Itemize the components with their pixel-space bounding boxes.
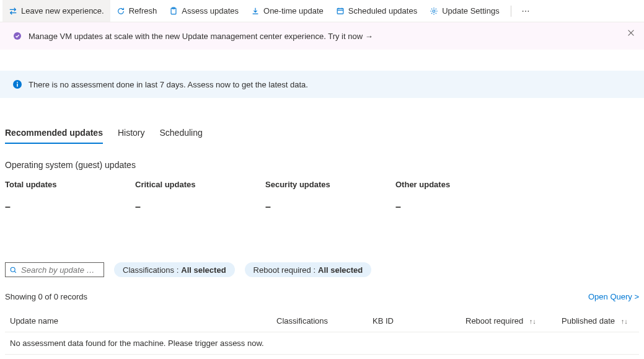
leave-experience-button[interactable]: Leave new experience. (2, 0, 110, 22)
col-label: Reboot required (465, 316, 523, 326)
scheduled-updates-button[interactable]: Scheduled updates (330, 0, 423, 22)
card-critical-updates: Critical updates – (135, 180, 265, 213)
arrow-right-icon: → (365, 32, 373, 41)
assess-updates-button[interactable]: Assess updates (163, 0, 245, 22)
update-settings-button[interactable]: Update Settings (423, 0, 506, 22)
svg-point-11 (11, 267, 15, 272)
pill-value: All selected (181, 265, 226, 275)
leave-label: Leave new experience. (21, 6, 104, 16)
promo-message: Manage VM updates at scale with the new … (29, 32, 634, 41)
records-summary: Showing 0 of 0 records (5, 292, 87, 301)
card-label: Other updates (395, 180, 526, 189)
sort-icon: ↑↓ (529, 317, 536, 325)
svg-point-3 (433, 10, 435, 12)
tab-history[interactable]: History (118, 123, 145, 144)
pill-label: Classifications : (123, 265, 179, 275)
updates-table: Update name Classifications KB ID Reboot… (5, 310, 639, 355)
card-label: Total updates (5, 180, 135, 189)
svg-point-4 (522, 11, 523, 12)
refresh-button[interactable]: Refresh (110, 0, 164, 22)
card-value: – (265, 202, 395, 213)
card-label: Security updates (265, 180, 395, 189)
pill-value: All selected (318, 265, 363, 275)
svg-rect-10 (17, 82, 18, 83)
svg-point-5 (525, 11, 526, 12)
one-time-update-button[interactable]: One-time update (245, 0, 330, 22)
sort-icon: ↑↓ (621, 317, 628, 325)
info-banner: There is no assessment done in last 7 da… (0, 71, 644, 98)
promo-text: Manage VM updates at scale with the new … (29, 32, 328, 41)
try-label: Try it now (328, 32, 363, 41)
card-value: – (5, 202, 135, 213)
calendar-icon (336, 7, 345, 16)
card-label: Critical updates (135, 180, 265, 189)
open-query-link[interactable]: Open Query > (588, 292, 639, 301)
classifications-filter[interactable]: Classifications : All selected (114, 262, 235, 277)
col-update-name[interactable]: Update name (5, 310, 271, 332)
command-toolbar: Leave new experience. Refresh Assess upd… (0, 0, 644, 22)
more-icon (521, 7, 530, 16)
refresh-icon (117, 7, 125, 16)
card-value: – (135, 202, 265, 213)
try-it-now-link[interactable]: Try it now → (328, 32, 373, 41)
col-reboot-required[interactable]: Reboot required ↑↓ (461, 310, 557, 332)
info-text: There is no assessment done in last 7 da… (29, 80, 308, 89)
reboot-required-filter[interactable]: Reboot required : All selected (245, 262, 372, 277)
assess-label: Assess updates (182, 6, 239, 16)
toolbar-more-button[interactable] (516, 0, 535, 22)
clipboard-icon (169, 7, 178, 16)
promo-close-button[interactable] (627, 29, 637, 38)
card-value: – (395, 202, 526, 213)
col-classifications[interactable]: Classifications (271, 310, 368, 332)
toolbar-separator (511, 6, 511, 17)
content-area: Operating system (guest) updates Total u… (0, 160, 644, 355)
promo-bullet-icon (12, 31, 22, 41)
tab-recommended-updates[interactable]: Recommended updates (5, 123, 103, 144)
gear-icon (430, 7, 438, 16)
section-title: Operating system (guest) updates (5, 160, 639, 170)
swap-icon (9, 7, 17, 16)
summary-cards: Total updates – Critical updates – Secur… (5, 180, 639, 213)
col-kb-id[interactable]: KB ID (368, 310, 461, 332)
col-label: Published date (562, 316, 615, 326)
tabs: Recommended updates History Scheduling (0, 123, 644, 144)
card-total-updates: Total updates – (5, 180, 135, 213)
table-empty-row: No assessment data found for the machine… (5, 332, 639, 355)
filters-row: Classifications : All selected Reboot re… (5, 262, 639, 277)
col-published-date[interactable]: Published date ↑↓ (557, 310, 639, 332)
promo-banner: Manage VM updates at scale with the new … (0, 22, 644, 50)
svg-rect-9 (17, 84, 18, 87)
scheduled-label: Scheduled updates (348, 6, 417, 16)
refresh-label: Refresh (129, 6, 157, 16)
search-icon (9, 266, 17, 274)
table-header-row: Update name Classifications KB ID Reboot… (5, 310, 639, 332)
card-other-updates: Other updates – (395, 180, 526, 213)
onetime-label: One-time update (263, 6, 324, 16)
search-box[interactable] (5, 262, 104, 277)
svg-point-6 (527, 11, 529, 12)
info-icon (12, 79, 22, 89)
download-icon (251, 7, 260, 16)
records-summary-row: Showing 0 of 0 records Open Query > (5, 292, 639, 301)
search-input[interactable] (21, 265, 126, 275)
settings-label: Update Settings (442, 6, 500, 16)
svg-rect-2 (337, 8, 343, 14)
empty-message: No assessment data found for the machine… (5, 332, 639, 355)
pill-label: Reboot required : (254, 265, 315, 275)
tab-scheduling[interactable]: Scheduling (160, 123, 203, 144)
card-security-updates: Security updates – (265, 180, 395, 213)
